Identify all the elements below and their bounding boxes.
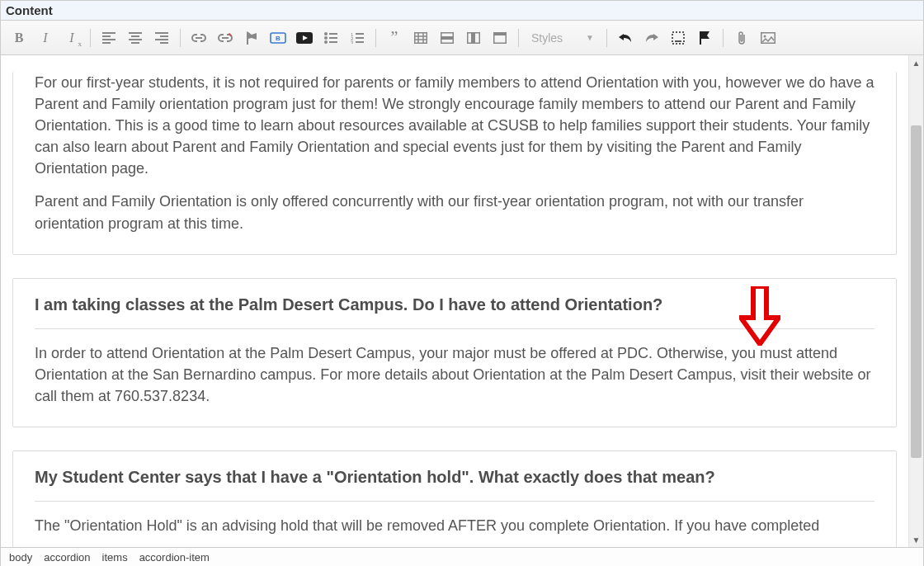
align-left-icon[interactable] [97,26,120,50]
scroll-up-icon[interactable]: ▲ [909,55,923,70]
template-icon[interactable] [667,26,690,50]
image-icon[interactable] [757,26,780,50]
accordion-item[interactable]: I am taking classes at the Palm Desert C… [12,278,897,427]
attachment-icon[interactable] [730,26,753,50]
table-column-icon[interactable] [462,26,485,50]
element-path-breadcrumb: body accordion items accordion-item [1,547,923,566]
svg-rect-19 [471,32,475,44]
breadcrumb-item[interactable]: body [9,551,32,564]
svg-rect-14 [356,41,364,43]
svg-rect-6 [329,37,337,39]
accordion-item[interactable]: My Student Center says that I have a "Or… [12,450,897,547]
link-icon[interactable] [187,26,210,50]
youtube-icon[interactable] [293,26,316,50]
bold-icon[interactable]: B [7,26,31,50]
align-center-icon[interactable] [124,26,147,50]
scroll-down-icon[interactable]: ▼ [909,532,923,547]
svg-point-24 [764,35,766,37]
scroll-track[interactable] [909,70,923,532]
italic-icon[interactable]: I [34,26,57,50]
table-icon[interactable] [409,26,432,50]
separator [606,29,607,47]
svg-rect-21 [493,32,507,35]
svg-point-5 [324,36,328,40]
svg-rect-10 [356,33,364,35]
accordion-title[interactable]: I am taking classes at the Palm Desert C… [35,294,874,315]
blockquote-icon[interactable]: ” [383,26,406,50]
breadcrumb-item[interactable]: accordion-item [139,551,210,564]
styles-label: Styles [531,31,563,45]
accordion-item[interactable]: For our first-year students, it is not r… [12,72,897,255]
separator [180,29,181,47]
svg-rect-22 [672,32,684,44]
svg-rect-17 [441,36,454,40]
editor-toolbar: B I Ix B 123 ” Styles ▼ [1,21,923,55]
scroll-thumb[interactable] [911,125,922,458]
svg-point-7 [324,40,328,44]
styles-dropdown[interactable]: Styles ▼ [526,27,600,49]
bulleted-list-icon[interactable] [319,26,342,50]
field-label: Content [1,1,923,21]
breadcrumb-item[interactable]: accordion [44,551,90,564]
redo-icon[interactable] [640,26,663,50]
divider [35,501,874,502]
unlink-icon[interactable] [214,26,237,50]
undo-icon[interactable] [614,26,637,50]
svg-text:B: B [276,35,280,42]
numbered-list-icon[interactable]: 123 [346,26,369,50]
separator [723,29,724,47]
paragraph[interactable]: Parent and Family Orientation is only of… [35,191,874,233]
svg-point-3 [324,32,328,35]
editor-body: For our first-year students, it is not r… [1,55,923,547]
content-area[interactable]: For our first-year students, it is not r… [1,55,908,547]
chevron-down-icon: ▼ [586,33,594,42]
paragraph[interactable]: For our first-year students, it is not r… [35,72,874,179]
editor-wrapper: Content B I Ix B 123 ” Styles ▼ [0,0,924,566]
accordion-title[interactable]: My Student Center says that I have a "Or… [35,466,874,488]
remove-format-icon[interactable]: Ix [60,26,83,50]
vertical-scrollbar[interactable]: ▲ ▼ [908,55,923,547]
paragraph[interactable]: In order to attend Orientation at the Pa… [35,342,874,407]
separator [375,29,376,47]
svg-text:3: 3 [351,40,354,44]
separator [518,29,519,47]
button-icon[interactable]: B [266,26,290,50]
svg-rect-12 [356,37,364,39]
svg-rect-8 [329,41,337,43]
divider [35,328,874,329]
flag-solid-icon[interactable] [693,26,716,50]
svg-rect-4 [329,33,337,35]
table-row-icon[interactable] [436,26,459,50]
svg-rect-15 [415,32,427,43]
paragraph[interactable]: The "Orientation Hold" is an advising ho… [35,515,874,536]
table-header-icon[interactable] [488,26,512,50]
flag-icon[interactable] [240,26,263,50]
align-right-icon[interactable] [150,26,173,50]
breadcrumb-item[interactable]: items [102,551,128,564]
separator [90,29,91,47]
